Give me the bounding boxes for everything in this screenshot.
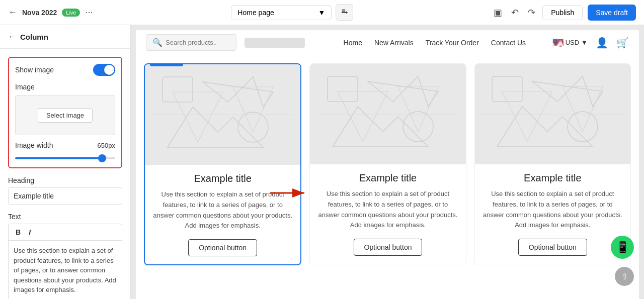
column-title-1: Example title xyxy=(153,173,292,184)
logo-placeholder xyxy=(245,38,305,48)
image-width-slider[interactable] xyxy=(15,157,115,159)
main-layout: ← Column Show image Image Select image xyxy=(0,25,644,299)
arrow-indicator xyxy=(268,186,308,202)
magic-button[interactable]: ⥱ xyxy=(336,4,353,21)
chevron-down-icon: ▼ xyxy=(318,9,326,17)
text-section: Text B I Use this section to explain a s… xyxy=(8,213,122,299)
nav-link-track-order[interactable]: Track Your Order xyxy=(426,39,479,47)
heading-input[interactable] xyxy=(8,187,122,205)
show-image-row: Show image xyxy=(15,64,115,76)
select-image-button[interactable]: Select image xyxy=(38,108,93,123)
show-image-label: Show image xyxy=(15,66,54,74)
topbar-center: Home page ▼ ⥱ xyxy=(99,4,486,21)
sidebar-header: ← Column xyxy=(0,25,130,49)
column-image-2 xyxy=(310,64,465,164)
optional-button-3[interactable]: Optional button xyxy=(518,239,587,256)
column-image-3 xyxy=(475,64,630,164)
redo-icon[interactable]: ↷ xyxy=(526,5,537,20)
back-icon[interactable]: ← xyxy=(8,7,17,18)
text-content[interactable]: Use this section to explain a set of pro… xyxy=(8,241,122,299)
column-title-2: Example title xyxy=(318,172,457,184)
column-body-3: Example title Use this section to explai… xyxy=(475,164,630,264)
sidebar-content: Show image Image Select image Image widt… xyxy=(0,49,130,299)
sidebar-back-icon[interactable]: ← xyxy=(8,32,16,41)
user-icon[interactable]: 👤 xyxy=(596,37,608,49)
publish-button[interactable]: Publish xyxy=(542,5,583,20)
heading-label: Heading xyxy=(8,176,122,184)
search-icon: 🔍 xyxy=(152,38,163,47)
column-image-svg-1 xyxy=(152,67,293,162)
chevron-left-icon: ‹ xyxy=(155,63,157,65)
save-draft-button[interactable]: Save draft xyxy=(588,5,636,21)
image-width-value: 650px xyxy=(98,142,115,149)
nav-links: Home New Arrivals Track Your Order Conta… xyxy=(344,39,526,47)
whatsapp-float[interactable]: 📱 xyxy=(611,236,634,259)
image-width-label: Image width xyxy=(15,141,53,149)
canvas: 🔍 Home New Arrivals Track Your Order Con… xyxy=(131,25,644,299)
column-badge-label: Column xyxy=(159,63,178,65)
nav-link-new-arrivals[interactable]: New Arrivals xyxy=(374,39,414,47)
column-card-2[interactable]: Example title Use this section to explai… xyxy=(309,63,466,265)
flag-currency: 🇺🇸 USD ▼ xyxy=(552,37,588,48)
show-image-toggle[interactable] xyxy=(93,64,115,76)
currency-chevron: ▼ xyxy=(581,39,588,46)
cart-icon[interactable]: 🛒 xyxy=(616,37,629,49)
column-title-3: Example title xyxy=(483,172,622,184)
text-label: Text xyxy=(8,213,122,221)
page-selector-value: Home page xyxy=(237,9,274,17)
topbar: ← Nova 2022 Live ··· Home page ▼ ⥱ ▣ ↶ ↷… xyxy=(0,0,644,25)
text-toolbar: B I xyxy=(8,224,122,241)
search-bar[interactable]: 🔍 xyxy=(146,34,236,51)
nav-right: 🇺🇸 USD ▼ 👤 🛒 xyxy=(552,37,629,49)
column-body-1: Example title Use this section to explai… xyxy=(145,165,300,264)
column-text-3: Use this section to explain a set of pro… xyxy=(483,189,622,231)
column-badge: ‹ Column xyxy=(150,63,183,66)
optional-button-2[interactable]: Optional button xyxy=(354,239,423,256)
page-preview: 🔍 Home New Arrivals Track Your Order Con… xyxy=(136,30,639,299)
column-card-1[interactable]: ‹ Column xyxy=(144,63,301,265)
column-card-3[interactable]: Example title Use this section to explai… xyxy=(474,63,631,265)
undo-icon[interactable]: ↶ xyxy=(509,5,521,20)
site-name: Nova 2022 xyxy=(22,9,57,17)
column-image-svg-2 xyxy=(317,66,458,162)
toggle-knob xyxy=(104,65,114,75)
sidebar: ← Column Show image Image Select image xyxy=(0,25,131,299)
topbar-right: ▣ ↶ ↷ Publish Save draft xyxy=(492,5,636,21)
columns-section: ‹ Column xyxy=(136,55,639,273)
column-text-2: Use this section to explain a set of pro… xyxy=(318,189,457,231)
optional-button-1[interactable]: Optional button xyxy=(188,239,257,256)
arrow-svg xyxy=(268,186,308,200)
scroll-top-float[interactable]: ⇧ xyxy=(615,267,634,286)
more-options-button[interactable]: ··· xyxy=(85,7,93,18)
image-width-row: Image width 650px xyxy=(15,141,115,149)
page-selector[interactable]: Home page ▼ xyxy=(231,5,332,20)
desktop-icon[interactable]: ▣ xyxy=(492,5,504,20)
nav-link-contact[interactable]: Contact Us xyxy=(491,39,526,47)
show-image-section: Show image Image Select image Image widt… xyxy=(8,57,122,168)
italic-button[interactable]: I xyxy=(27,227,33,237)
topbar-left: ← Nova 2022 Live ··· xyxy=(8,7,93,18)
currency-label: USD xyxy=(566,39,579,46)
sidebar-title: Column xyxy=(20,33,48,41)
column-image-1 xyxy=(145,64,300,165)
live-badge: Live xyxy=(62,9,80,17)
image-label: Image xyxy=(15,83,115,91)
bold-button[interactable]: B xyxy=(14,227,23,237)
image-width-slider-container xyxy=(15,152,115,161)
column-image-svg-3 xyxy=(482,66,623,162)
search-input[interactable] xyxy=(166,39,216,46)
preview-nav: 🔍 Home New Arrivals Track Your Order Con… xyxy=(136,30,639,55)
heading-section: Heading xyxy=(8,176,122,205)
flag-icon: 🇺🇸 xyxy=(552,37,564,48)
image-placeholder: Select image xyxy=(15,95,115,135)
column-body-2: Example title Use this section to explai… xyxy=(310,164,465,264)
nav-link-home[interactable]: Home xyxy=(344,39,362,47)
